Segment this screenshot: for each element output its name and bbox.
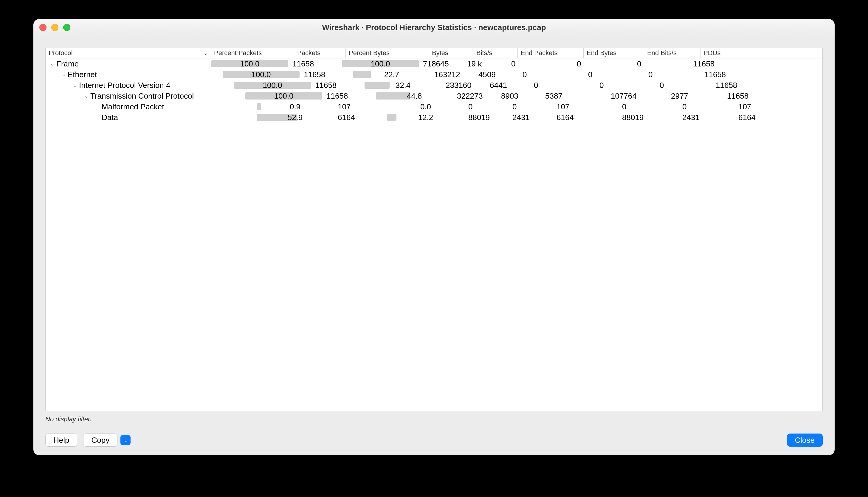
column-bits-s[interactable]: Bits/s (473, 48, 517, 58)
column-label: Percent Bytes (349, 49, 390, 57)
column-end-packets[interactable]: End Packets (517, 48, 583, 58)
cell-value: 0 (637, 59, 641, 69)
cell-value: 6164 (738, 113, 756, 122)
column-packets[interactable]: Packets (294, 48, 346, 58)
cell-percent-bytes: 0.0 (386, 101, 465, 112)
cell-bits-s: 2431 (509, 112, 554, 123)
cell-value: 2431 (682, 113, 700, 122)
cell-value: 11658 (304, 70, 325, 79)
column-label: End Packets (521, 49, 558, 57)
cell-value: 4509 (478, 70, 496, 79)
sort-indicator-icon: ⌄ (203, 50, 208, 56)
cell-value: 11658 (727, 91, 748, 101)
table-row[interactable]: ⌄Transmission Control Protocol100.011658… (46, 90, 822, 101)
cell-value: 6441 (490, 81, 507, 90)
cell-packets: 6164 (335, 112, 386, 123)
protocol-name: Internet Protocol Version 4 (79, 81, 170, 90)
cell-end-bits-s: 2977 (668, 90, 724, 101)
table-row[interactable]: ⌄Internet Protocol Version 4100.01165832… (46, 80, 822, 90)
cell-bytes: 233160 (443, 80, 487, 90)
percent-label: 100.0 (251, 70, 271, 79)
cell-packets: 11658 (290, 58, 341, 69)
table-row[interactable]: ⌄Frame100.011658100.071864519 k00011658 (46, 58, 822, 69)
cell-percent-packets: 0.9 (255, 101, 335, 112)
percent-label: 100.0 (370, 59, 390, 69)
cell-bits-s: 8903 (498, 90, 542, 101)
cell-percent-packets: 52.9 (255, 112, 335, 123)
percent-label: 22.7 (384, 70, 400, 79)
display-filter-status: No display filter. (45, 415, 92, 423)
column-end-bytes[interactable]: End Bytes (583, 48, 644, 58)
cell-value: 0 (588, 70, 592, 79)
cell-value: 11658 (315, 81, 337, 90)
cell-pdus: 11658 (713, 80, 778, 90)
cell-pdus: 11658 (701, 69, 767, 80)
column-percent-packets[interactable]: Percent Packets (211, 48, 294, 58)
cell-value: 5387 (545, 91, 562, 101)
stats-table: Protocol ⌄ Percent Packets Packets Perce… (45, 48, 823, 411)
table-row[interactable]: ⌄Ethernet100.01165822.716321245090001165… (46, 69, 822, 80)
cell-end-bits-s: 2431 (679, 112, 736, 123)
protocol-name: Ethernet (68, 70, 97, 79)
cell-protocol: ⌄Internet Protocol Version 4 (46, 80, 233, 90)
cell-bits-s: 19 k (464, 58, 508, 69)
cell-packets: 11658 (323, 90, 375, 101)
cell-packets: 107 (335, 101, 386, 112)
column-pdus[interactable]: PDUs (700, 48, 766, 58)
column-label: Percent Packets (214, 49, 262, 57)
column-protocol[interactable]: Protocol ⌄ (46, 48, 211, 58)
copy-button[interactable]: Copy (83, 434, 117, 446)
cell-bytes: 0 (465, 101, 509, 112)
cell-value: 0 (622, 102, 626, 111)
disclosure-expanded-icon[interactable]: ⌄ (82, 93, 90, 99)
cell-value: 6164 (338, 113, 355, 122)
protocol-name: Frame (56, 59, 79, 69)
table-header: Protocol ⌄ Percent Packets Packets Perce… (46, 48, 822, 58)
percent-label: 100.0 (274, 91, 293, 101)
percent-label: 100.0 (263, 81, 282, 90)
protocol-name: Malformed Packet (102, 102, 164, 111)
cell-value: 0 (511, 59, 515, 69)
column-label: Protocol (48, 49, 73, 57)
cell-value: 0 (682, 102, 686, 111)
cell-value: 0 (577, 59, 581, 69)
cell-value: 107 (338, 102, 351, 111)
column-percent-bytes[interactable]: Percent Bytes (346, 48, 429, 58)
cell-packets: 11658 (312, 80, 363, 90)
protocol-name: Data (102, 113, 118, 122)
cell-value: 233160 (446, 81, 472, 90)
close-button[interactable]: Close (787, 434, 823, 446)
percent-label: 12.2 (418, 113, 433, 122)
cell-packets: 11658 (301, 69, 352, 80)
cell-pdus: 107 (736, 101, 801, 112)
copy-menu-dropdown[interactable]: ⌄ (121, 435, 130, 445)
table-body: ⌄Frame100.011658100.071864519 k00011658⌄… (46, 58, 822, 123)
cell-percent-bytes: 22.7 (352, 69, 431, 80)
cell-value: 88019 (622, 113, 644, 122)
chevron-down-icon: ⌄ (123, 437, 128, 444)
table-row[interactable]: ⌄Data52.9616412.288019243161648801924316… (46, 112, 822, 123)
cell-percent-bytes: 32.4 (363, 80, 443, 90)
disclosure-expanded-icon[interactable]: ⌄ (59, 71, 68, 78)
cell-percent-packets: 100.0 (210, 58, 290, 69)
help-button[interactable]: Help (45, 434, 77, 446)
cell-end-bytes: 0 (597, 80, 657, 90)
cell-percent-bytes: 100.0 (341, 58, 420, 69)
cell-value: 0 (534, 81, 538, 90)
cell-value: 2977 (671, 91, 688, 101)
table-row[interactable]: ⌄Malformed Packet0.91070.00010700107 (46, 101, 822, 112)
column-label: Bytes (432, 49, 448, 57)
cell-bytes: 718645 (420, 58, 464, 69)
cell-protocol: ⌄Data (46, 112, 255, 123)
cell-end-packets: 0 (520, 69, 585, 80)
disclosure-expanded-icon[interactable]: ⌄ (48, 60, 56, 67)
cell-protocol: ⌄Ethernet (46, 69, 222, 80)
disclosure-expanded-icon[interactable]: ⌄ (71, 82, 79, 88)
cell-value: 0 (648, 70, 653, 79)
column-bytes[interactable]: Bytes (429, 48, 473, 58)
percent-bar (387, 114, 396, 121)
cell-percent-bytes: 12.2 (386, 112, 465, 123)
percent-bar (257, 103, 261, 110)
column-end-bits-s[interactable]: End Bits/s (644, 48, 700, 58)
cell-end-bytes: 0 (619, 101, 679, 112)
